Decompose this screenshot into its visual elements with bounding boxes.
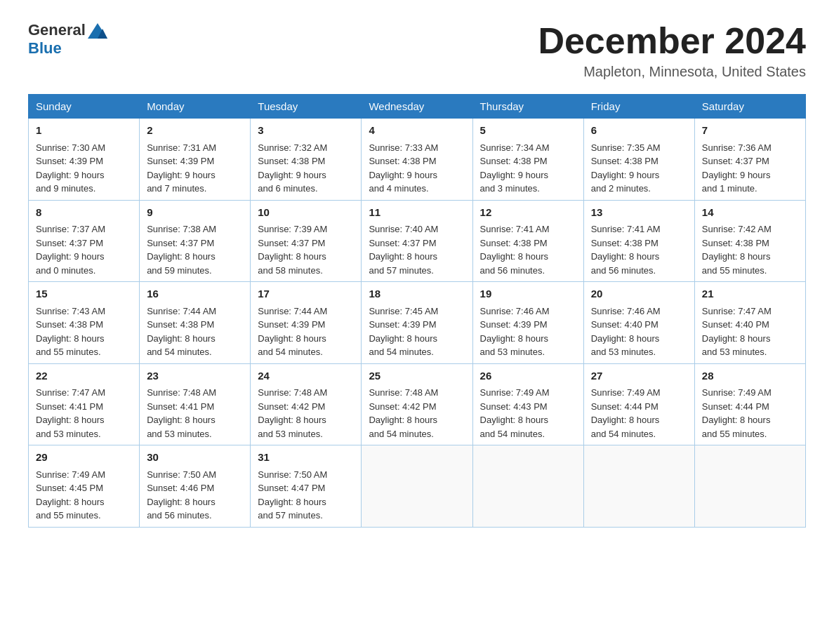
- day-number: 29: [36, 450, 132, 466]
- daylight-text-line1: Daylight: 8 hours: [591, 250, 687, 264]
- daylight-text-line1: Daylight: 8 hours: [369, 250, 465, 264]
- calendar-cell: 23Sunrise: 7:48 AMSunset: 4:41 PMDayligh…: [140, 363, 251, 445]
- sunset-text: Sunset: 4:43 PM: [480, 400, 576, 414]
- calendar-cell: 6Sunrise: 7:35 AMSunset: 4:38 PMDaylight…: [583, 119, 694, 201]
- daylight-text-line2: and 55 minutes.: [702, 264, 798, 278]
- weekday-header-tuesday: Tuesday: [251, 95, 362, 119]
- daylight-text-line1: Daylight: 8 hours: [36, 413, 132, 427]
- sunset-text: Sunset: 4:38 PM: [702, 236, 798, 250]
- daylight-text-line2: and 55 minutes.: [702, 427, 798, 441]
- day-info: Sunrise: 7:44 AMSunset: 4:38 PMDaylight:…: [147, 304, 243, 359]
- calendar-cell: 11Sunrise: 7:40 AMSunset: 4:37 PMDayligh…: [362, 200, 472, 282]
- daylight-text-line1: Daylight: 9 hours: [702, 168, 798, 182]
- day-number: 17: [258, 286, 354, 302]
- daylight-text-line1: Daylight: 8 hours: [702, 332, 798, 346]
- daylight-text-line2: and 53 minutes.: [258, 427, 354, 441]
- sunset-text: Sunset: 4:38 PM: [480, 236, 576, 250]
- daylight-text-line1: Daylight: 8 hours: [147, 413, 243, 427]
- calendar-cell: 26Sunrise: 7:49 AMSunset: 4:43 PMDayligh…: [472, 363, 583, 445]
- day-number: 25: [369, 368, 465, 384]
- daylight-text-line2: and 2 minutes.: [591, 182, 687, 196]
- calendar-cell: 2Sunrise: 7:31 AMSunset: 4:39 PMDaylight…: [140, 119, 251, 201]
- calendar-cell: 21Sunrise: 7:47 AMSunset: 4:40 PMDayligh…: [694, 282, 805, 364]
- sunrise-text: Sunrise: 7:32 AM: [258, 141, 354, 155]
- calendar-cell: 3Sunrise: 7:32 AMSunset: 4:38 PMDaylight…: [251, 119, 362, 201]
- daylight-text-line2: and 55 minutes.: [36, 509, 132, 523]
- day-info: Sunrise: 7:32 AMSunset: 4:38 PMDaylight:…: [258, 141, 354, 196]
- sunset-text: Sunset: 4:40 PM: [591, 318, 687, 332]
- sunset-text: Sunset: 4:38 PM: [36, 318, 132, 332]
- sunset-text: Sunset: 4:39 PM: [36, 154, 132, 168]
- daylight-text-line2: and 57 minutes.: [369, 264, 465, 278]
- day-info: Sunrise: 7:49 AMSunset: 4:43 PMDaylight:…: [480, 386, 576, 441]
- daylight-text-line1: Daylight: 9 hours: [591, 168, 687, 182]
- calendar-cell: 7Sunrise: 7:36 AMSunset: 4:37 PMDaylight…: [694, 119, 805, 201]
- day-number: 9: [147, 205, 243, 221]
- daylight-text-line2: and 54 minutes.: [258, 345, 354, 359]
- sunrise-text: Sunrise: 7:40 AM: [369, 222, 465, 236]
- sunset-text: Sunset: 4:44 PM: [591, 400, 687, 414]
- daylight-text-line2: and 1 minute.: [702, 182, 798, 196]
- daylight-text-line1: Daylight: 9 hours: [480, 168, 576, 182]
- sunset-text: Sunset: 4:40 PM: [702, 318, 798, 332]
- sunrise-text: Sunrise: 7:36 AM: [702, 141, 798, 155]
- day-info: Sunrise: 7:41 AMSunset: 4:38 PMDaylight:…: [480, 222, 576, 277]
- daylight-text-line2: and 0 minutes.: [36, 264, 132, 278]
- calendar-week-row: 8Sunrise: 7:37 AMSunset: 4:37 PMDaylight…: [29, 200, 806, 282]
- day-number: 22: [36, 368, 132, 384]
- day-number: 26: [480, 368, 576, 384]
- calendar-cell: 9Sunrise: 7:38 AMSunset: 4:37 PMDaylight…: [140, 200, 251, 282]
- sunset-text: Sunset: 4:42 PM: [258, 400, 354, 414]
- day-info: Sunrise: 7:46 AMSunset: 4:39 PMDaylight:…: [480, 304, 576, 359]
- day-number: 19: [480, 286, 576, 302]
- daylight-text-line1: Daylight: 8 hours: [147, 495, 243, 509]
- daylight-text-line2: and 4 minutes.: [369, 182, 465, 196]
- sunset-text: Sunset: 4:41 PM: [36, 400, 132, 414]
- sunrise-text: Sunrise: 7:50 AM: [147, 468, 243, 482]
- day-info: Sunrise: 7:50 AMSunset: 4:46 PMDaylight:…: [147, 468, 243, 523]
- weekday-header-sunday: Sunday: [29, 95, 140, 119]
- calendar-week-row: 29Sunrise: 7:49 AMSunset: 4:45 PMDayligh…: [29, 445, 806, 528]
- sunrise-text: Sunrise: 7:46 AM: [480, 304, 576, 318]
- day-number: 12: [480, 205, 576, 221]
- sunset-text: Sunset: 4:39 PM: [369, 318, 465, 332]
- daylight-text-line1: Daylight: 8 hours: [36, 495, 132, 509]
- day-info: Sunrise: 7:34 AMSunset: 4:38 PMDaylight:…: [480, 141, 576, 196]
- logo-icon: [88, 23, 107, 39]
- sunrise-text: Sunrise: 7:33 AM: [369, 141, 465, 155]
- sunset-text: Sunset: 4:39 PM: [258, 318, 354, 332]
- day-number: 27: [591, 368, 687, 384]
- sunrise-text: Sunrise: 7:47 AM: [36, 386, 132, 400]
- daylight-text-line2: and 3 minutes.: [480, 182, 576, 196]
- sunrise-text: Sunrise: 7:49 AM: [591, 386, 687, 400]
- sunset-text: Sunset: 4:42 PM: [369, 400, 465, 414]
- sunset-text: Sunset: 4:38 PM: [480, 154, 576, 168]
- day-number: 30: [147, 450, 243, 466]
- calendar-cell: 14Sunrise: 7:42 AMSunset: 4:38 PMDayligh…: [694, 200, 805, 282]
- sunrise-text: Sunrise: 7:49 AM: [480, 386, 576, 400]
- calendar-cell: 30Sunrise: 7:50 AMSunset: 4:46 PMDayligh…: [140, 445, 251, 528]
- daylight-text-line2: and 54 minutes.: [480, 427, 576, 441]
- calendar-cell: 18Sunrise: 7:45 AMSunset: 4:39 PMDayligh…: [362, 282, 472, 364]
- calendar-cell: 20Sunrise: 7:46 AMSunset: 4:40 PMDayligh…: [583, 282, 694, 364]
- sunrise-text: Sunrise: 7:48 AM: [369, 386, 465, 400]
- day-info: Sunrise: 7:50 AMSunset: 4:47 PMDaylight:…: [258, 468, 354, 523]
- sunset-text: Sunset: 4:38 PM: [369, 154, 465, 168]
- day-info: Sunrise: 7:45 AMSunset: 4:39 PMDaylight:…: [369, 304, 465, 359]
- calendar-cell: 15Sunrise: 7:43 AMSunset: 4:38 PMDayligh…: [29, 282, 140, 364]
- day-number: 3: [258, 123, 354, 139]
- daylight-text-line2: and 53 minutes.: [591, 345, 687, 359]
- day-info: Sunrise: 7:42 AMSunset: 4:38 PMDaylight:…: [702, 222, 798, 277]
- daylight-text-line1: Daylight: 9 hours: [369, 168, 465, 182]
- calendar-cell: 1Sunrise: 7:30 AMSunset: 4:39 PMDaylight…: [29, 119, 140, 201]
- logo-blue: Blue: [28, 39, 62, 57]
- calendar-cell: 28Sunrise: 7:49 AMSunset: 4:44 PMDayligh…: [694, 363, 805, 445]
- weekday-header-wednesday: Wednesday: [362, 95, 472, 119]
- sunrise-text: Sunrise: 7:38 AM: [147, 222, 243, 236]
- daylight-text-line2: and 56 minutes.: [147, 509, 243, 523]
- daylight-text-line2: and 6 minutes.: [258, 182, 354, 196]
- day-number: 23: [147, 368, 243, 384]
- day-info: Sunrise: 7:30 AMSunset: 4:39 PMDaylight:…: [36, 141, 132, 196]
- day-number: 13: [591, 205, 687, 221]
- sunset-text: Sunset: 4:41 PM: [147, 400, 243, 414]
